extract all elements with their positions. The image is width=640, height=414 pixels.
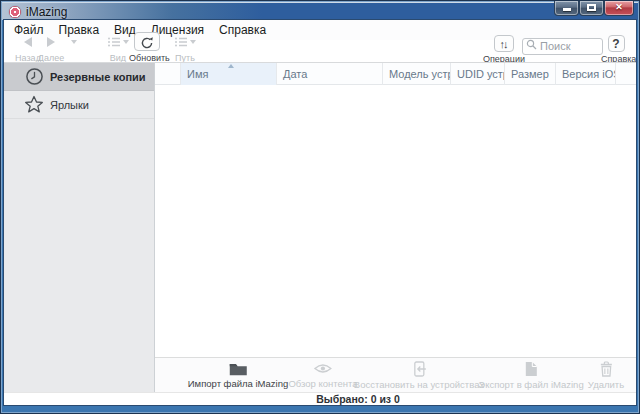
import-imazing-file-button[interactable]: Импорт файла iMazing: [188, 361, 288, 389]
sidebar-item-shortcuts[interactable]: Ярлыки: [4, 91, 154, 119]
refresh-icon: [140, 35, 154, 49]
chevron-down-icon: [71, 40, 77, 44]
column-header-ios-version[interactable]: Версия iOS: [555, 63, 615, 85]
column-header-device-model[interactable]: Модель устройст: [382, 63, 450, 85]
maximize-icon: [587, 4, 596, 11]
refresh-button[interactable]: Обновить: [129, 20, 165, 63]
close-icon: ✕: [605, 2, 633, 12]
column-label: Имя: [187, 68, 208, 80]
sort-ascending-icon: [228, 64, 234, 68]
imazing-logo-icon: [9, 6, 21, 18]
action-bar: Импорт файла iMazing Обзор контента Восс…: [155, 357, 636, 392]
column-label: Версия iOS: [562, 68, 615, 80]
minimize-icon: [563, 8, 571, 11]
column-label: Модель устройст: [389, 68, 450, 80]
device-restore-icon: [411, 361, 427, 377]
action-label: Удалить: [588, 379, 624, 390]
help-button[interactable]: ? Справка: [601, 20, 631, 64]
list-icon: [174, 36, 188, 48]
forward-button[interactable]: Далее: [34, 20, 68, 63]
minimize-button[interactable]: [554, 1, 579, 16]
list-icon: [107, 36, 121, 48]
operations-button[interactable]: ↑↓ Операции: [482, 20, 526, 64]
maximize-button[interactable]: [579, 1, 604, 16]
column-header-filler: [615, 63, 636, 85]
action-label: Импорт файла iMazing: [188, 378, 288, 389]
back-arrow-icon: [24, 37, 32, 47]
trash-icon: [599, 361, 614, 377]
table-header: Имя Дата Модель устройст UDID устройс Ра…: [155, 63, 636, 85]
clock-icon: [25, 67, 44, 86]
restore-to-device-button[interactable]: Восстановить на устройствах: [354, 361, 484, 390]
document-icon: [524, 361, 538, 377]
titlebar[interactable]: iMazing: [2, 2, 638, 20]
column-label: Дата: [283, 68, 307, 80]
column-header-size[interactable]: Размер: [504, 63, 555, 85]
menu-help[interactable]: Справка: [219, 23, 266, 37]
folder-icon: [229, 361, 248, 376]
column-header-name[interactable]: Имя: [180, 63, 276, 85]
column-header-date[interactable]: Дата: [276, 63, 382, 85]
column-label: Размер: [511, 68, 549, 80]
forward-arrow-icon: [47, 37, 55, 47]
column-label: UDID устройс: [457, 68, 504, 80]
eye-icon: [313, 361, 332, 376]
star-icon: [24, 95, 44, 114]
action-label: Восстановить на устройствах: [354, 379, 484, 390]
chevron-down-icon: [190, 40, 196, 44]
delete-button[interactable]: Удалить: [588, 361, 624, 390]
action-label: Экспорт в файл iMazing: [478, 379, 583, 390]
sidebar-item-label: Резервные копии: [50, 71, 146, 83]
table-body-empty[interactable]: [156, 86, 636, 357]
sidebar-item-label: Ярлыки: [50, 99, 89, 111]
search-icon: [526, 39, 537, 50]
export-imazing-file-button[interactable]: Экспорт в файл iMazing: [478, 361, 583, 390]
column-header-blank[interactable]: [155, 63, 180, 85]
column-header-device-udid[interactable]: UDID устройс: [450, 63, 504, 85]
history-dropdown-button[interactable]: [68, 20, 80, 51]
sort-arrows-icon: ↑↓: [500, 38, 509, 50]
selection-count: Выбрано: 0 из 0: [288, 393, 428, 405]
action-label: Обзор контента: [288, 378, 357, 389]
search-field-wrap: [522, 36, 603, 53]
path-button[interactable]: Путь: [168, 20, 202, 63]
sidebar: Резервные копии Ярлыки: [4, 63, 155, 392]
window-title: iMazing: [26, 5, 67, 19]
question-mark-icon: ?: [612, 37, 619, 51]
close-button[interactable]: ✕: [604, 1, 634, 16]
client-area: Файл Правка Вид Лицензия Справка Назад Д…: [4, 20, 636, 405]
browse-content-button[interactable]: Обзор контента: [288, 361, 357, 389]
window-controls: ✕: [554, 1, 634, 16]
status-bar: Выбрано: 0 из 0: [4, 392, 636, 405]
app-window: iMazing ✕ Файл Правка Вид Лицензия Справ…: [0, 0, 640, 414]
sidebar-item-backups[interactable]: Резервные копии: [4, 63, 154, 91]
